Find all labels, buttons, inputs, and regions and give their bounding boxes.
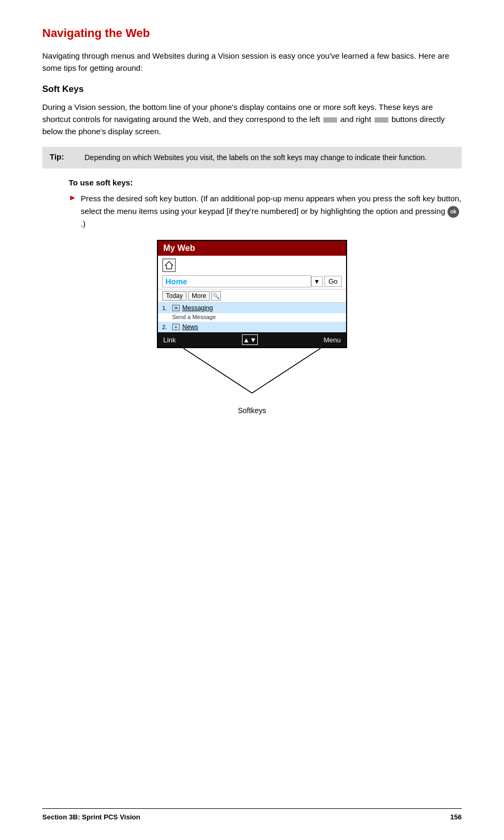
item2-number: 2. — [162, 324, 170, 330]
phone-home-icon-row — [158, 256, 346, 274]
phone-address-row: Home ▼ Go — [158, 274, 346, 290]
softkeys-body: During a Vision session, the bottom line… — [42, 101, 462, 138]
news-icon: ≡ — [172, 324, 180, 330]
footer-right-text: 156 — [450, 813, 462, 821]
to-use-label: To use soft keys: — [69, 178, 462, 187]
tip-content: Depending on which Websites you visit, t… — [85, 152, 427, 163]
item1-sublabel: Send a Message — [158, 313, 346, 322]
phone-screen: My Web Home ▼ Go Today More 🔍 1. ✉ Messa… — [157, 240, 347, 348]
bottom-right-label: Menu — [323, 336, 341, 344]
left-softkey-icon — [323, 117, 337, 123]
tab-today: Today — [162, 291, 186, 301]
bottom-left-label: Link — [163, 336, 176, 344]
svg-line-1 — [183, 348, 252, 393]
svg-line-2 — [252, 348, 321, 393]
page-footer: Section 3B: Sprint PCS Vision 156 — [42, 808, 462, 821]
phone-list-item-news: 2. ≡ News — [158, 322, 346, 332]
bullet-item: ► Press the desired soft key button. (If… — [69, 192, 462, 230]
phone-tabs-row: Today More 🔍 — [158, 290, 346, 303]
phone-title-bar: My Web — [158, 241, 346, 256]
tab-more: More — [188, 291, 210, 301]
item2-label: News — [182, 323, 198, 331]
softkeys-caption: Softkeys — [238, 406, 266, 415]
phone-diagram: My Web Home ▼ Go Today More 🔍 1. ✉ Messa… — [42, 240, 462, 415]
ok-button-icon: ok — [447, 206, 459, 218]
search-icon: 🔍 — [211, 291, 221, 301]
tip-box: Tip: Depending on which Websites you vis… — [42, 147, 462, 169]
phone-bottom-bar: Link ▲▼ Menu — [158, 332, 346, 347]
footer-left-text: Section 3B: Sprint PCS Vision — [42, 813, 140, 821]
dropdown-arrow-icon: ▼ — [311, 276, 323, 287]
softkeys-heading: Soft Keys — [42, 84, 462, 95]
bottom-center-icon: ▲▼ — [242, 334, 258, 345]
messaging-icon: ✉ — [172, 305, 180, 311]
page-title: Navigating the Web — [42, 26, 462, 40]
bullet-arrow-icon: ► — [69, 193, 77, 202]
go-button: Go — [324, 276, 342, 287]
home-icon — [162, 258, 176, 272]
svg-marker-0 — [165, 262, 173, 269]
bullet-text: Press the desired soft key button. (If a… — [81, 192, 462, 230]
tip-label: Tip: — [50, 152, 77, 163]
phone-list-item-messaging: 1. ✉ Messaging — [158, 303, 346, 313]
right-softkey-icon — [375, 117, 388, 123]
intro-text: Navigating through menus and Websites du… — [42, 50, 462, 74]
item1-label: Messaging — [182, 304, 213, 312]
item1-number: 1. — [162, 305, 170, 311]
softkeys-diagram — [157, 348, 347, 406]
address-input: Home — [162, 275, 311, 287]
